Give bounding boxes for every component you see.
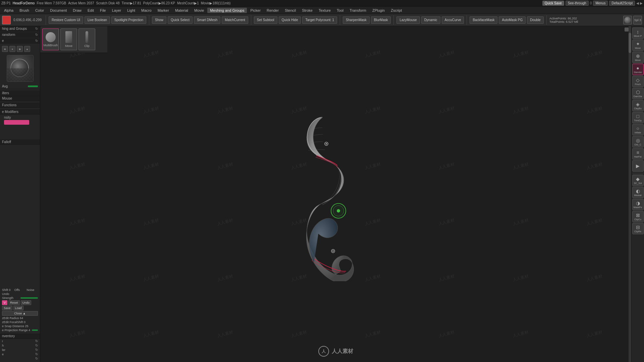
inv-h-refresh[interactable]: ↻ <box>35 344 38 347</box>
menu-tool[interactable]: Tool <box>334 8 346 13</box>
brush-move[interactable]: Move <box>60 28 77 50</box>
right-btn-claybu[interactable]: ◈ ClayBu <box>632 100 644 111</box>
menu-layer[interactable]: Layer <box>109 8 124 13</box>
material-preview[interactable] <box>623 16 632 24</box>
mesh-count: MeshCount▶1 <box>177 1 199 5</box>
match-current-button[interactable]: MatchCurrent <box>222 16 248 24</box>
menu-render[interactable]: Render <box>264 8 281 13</box>
auto-mask-pg-button[interactable]: AutoMask PG <box>499 16 526 24</box>
intensity-bar[interactable] <box>4 120 29 125</box>
reset-button[interactable]: Reset <box>8 300 20 305</box>
see-through-button[interactable]: See-through <box>566 1 589 6</box>
right-btn-maskpe[interactable]: ◑ MaskPe <box>632 199 644 210</box>
menu-material[interactable]: Material <box>172 8 191 13</box>
inv-e-refresh[interactable]: ↻ <box>35 352 38 356</box>
right-btn-move[interactable]: ✦ Move <box>632 40 644 51</box>
dynamic-button[interactable]: Dynamic <box>421 16 440 24</box>
menu-edit[interactable]: Edit <box>85 8 97 13</box>
right-btn-arrow[interactable]: ▶ <box>632 160 644 172</box>
brush-icon-1[interactable]: ■ <box>2 46 8 52</box>
sc-sol-icon: ◆ <box>636 176 640 182</box>
double-button[interactable]: Double <box>527 16 544 24</box>
menu-movie[interactable]: Movie <box>192 8 207 13</box>
target-polycount-button[interactable]: Target Polycount: 1 <box>302 16 337 24</box>
brush-icon-4[interactable]: ▲ <box>24 46 30 52</box>
inv-empty: ↻ <box>0 356 40 361</box>
menu-alpha[interactable]: Alpha <box>1 8 16 13</box>
brush-icon-3[interactable]: ◆ <box>17 46 23 52</box>
strength-slider[interactable] <box>20 297 38 299</box>
menu-zplugin[interactable]: ZPlugin <box>370 8 387 13</box>
right-btn-move2[interactable]: ⊕ Move <box>632 52 644 63</box>
restore-custom-ui-button[interactable]: Restore Custom UI <box>49 16 83 24</box>
menu-light[interactable]: Light <box>124 8 138 13</box>
inv-ler-refresh[interactable]: ↻ <box>35 348 38 352</box>
smart-dmesh-button[interactable]: Smart DMesh <box>194 16 220 24</box>
v-button[interactable]: V <box>2 300 7 305</box>
right-btn-maskal[interactable]: ◐ Maskal <box>632 187 644 198</box>
mouse-section: Mouse <box>0 96 40 101</box>
default2script-button[interactable]: Default2Script <box>609 1 635 6</box>
menu-marker[interactable]: Marker <box>155 8 172 13</box>
menu-meshing-groups[interactable]: Meshing and Groups <box>207 8 247 13</box>
save-button[interactable]: Save <box>2 306 12 310</box>
menu-transform[interactable]: Transform <box>347 8 369 13</box>
menu-document[interactable]: Document <box>47 8 69 13</box>
sharpen-mask-button[interactable]: SharpenMask <box>343 16 370 24</box>
inv-r-refresh[interactable]: ↻ <box>35 339 38 343</box>
scrollbar-thumb[interactable] <box>629 33 631 53</box>
live-boolean-button[interactable]: Live Boolean <box>85 16 110 24</box>
e-refresh[interactable]: ↻ <box>35 39 38 43</box>
right-btn-trimdy[interactable]: □ TrimDy <box>632 112 644 123</box>
menu-brush[interactable]: Brush <box>17 8 32 13</box>
brush-clip[interactable]: Clip <box>78 28 95 50</box>
right-btn-pinch[interactable]: ◇ Pinch <box>632 76 644 87</box>
menu-color[interactable]: Color <box>33 8 47 13</box>
right-btn-move-p[interactable]: ↕ Move P <box>632 27 644 39</box>
main-canvas[interactable]: 人人素材 人人素材 人人素材 人人素材 人人素材 人人素材 人人素材 人人素材 … <box>40 26 631 362</box>
quick-hide-button[interactable]: Quick Hide <box>279 16 301 24</box>
undo-button[interactable]: Undo <box>21 300 32 305</box>
canvas-toggle[interactable] <box>625 27 629 32</box>
menu-stroke[interactable]: Stroke <box>299 8 315 13</box>
clipcu-label: ClipCu <box>634 218 641 221</box>
menu-draw[interactable]: Draw <box>70 8 84 13</box>
color-picker[interactable] <box>2 16 11 24</box>
transform-refresh[interactable]: ↻ <box>35 33 38 37</box>
close-button[interactable]: Close ▲ <box>2 311 38 316</box>
menu-macro[interactable]: Macro <box>139 8 154 13</box>
show-button[interactable]: Show <box>152 16 166 24</box>
menu-file[interactable]: File <box>97 8 109 13</box>
right-btn-orb[interactable]: ◎ Orb_C <box>632 136 644 147</box>
brush-icon-2[interactable]: ● <box>9 46 15 52</box>
load-button[interactable]: Load <box>13 306 23 310</box>
brush-multibrush[interactable]: MultiBrush <box>42 28 59 50</box>
right-btn-clipcu[interactable]: ⊠ ClipCu <box>632 211 644 222</box>
quick-select-button[interactable]: Quick Select <box>168 16 193 24</box>
menu-texture[interactable]: Texture <box>316 8 333 13</box>
spotlight-projection-button[interactable]: Spotlight Projection <box>111 16 146 24</box>
canvas-scrollbar[interactable] <box>629 26 631 362</box>
accu-curve-button[interactable]: AccuCurve <box>442 16 464 24</box>
snap-distance-label: e Snap Distance 25 <box>2 324 38 328</box>
menus-button[interactable]: Menus <box>593 1 608 6</box>
lazy-mouse-button[interactable]: LazyMouse <box>396 16 420 24</box>
strength-row: Strength <box>0 296 40 300</box>
right-btn-clipre[interactable]: ⊟ ClipRe <box>632 223 644 234</box>
set-subtool-button[interactable]: Set Subtool <box>254 16 277 24</box>
right-btn-hairfai[interactable]: ≡ HairFai <box>632 148 644 160</box>
hing-groups-refresh[interactable]: ↻ <box>35 27 38 31</box>
right-btn-damsta[interactable]: ⬡ DamSta <box>632 88 644 99</box>
right-btn-inflate[interactable]: ○ Inflate <box>632 124 644 135</box>
blur-mask-button[interactable]: BlurMask <box>371 16 391 24</box>
right-btn-standard[interactable]: ● Standar <box>632 64 644 75</box>
menu-zscript[interactable]: Zscript <box>388 8 405 13</box>
menu-picker[interactable]: Picker <box>248 8 263 13</box>
modifiers-label: e Modifiers <box>2 110 38 114</box>
quick-save-button[interactable]: Quick Save <box>542 1 564 6</box>
back-face-mask-button[interactable]: BackfaceMask <box>470 16 497 24</box>
undo-label-row: Undo <box>0 292 40 296</box>
right-btn-sc-sol[interactable]: ◆ SC_Sol <box>632 175 644 186</box>
inv-empty-refresh[interactable]: ↻ <box>35 357 38 360</box>
menu-stencil[interactable]: Stencil <box>282 8 299 13</box>
